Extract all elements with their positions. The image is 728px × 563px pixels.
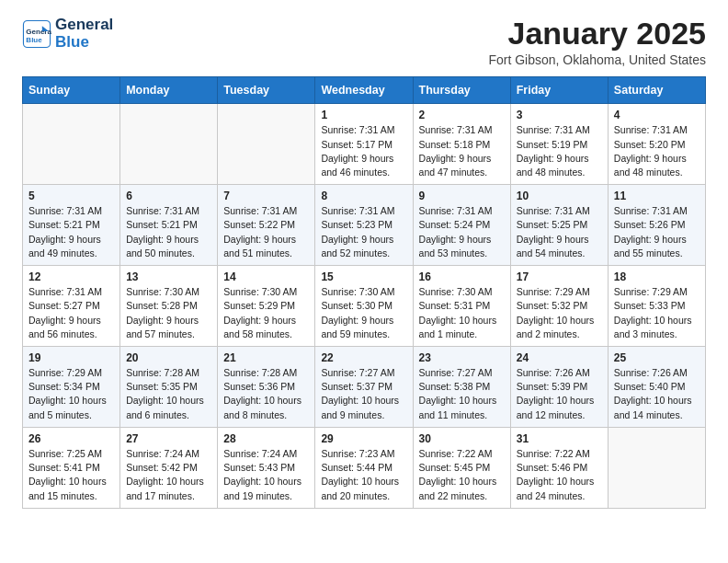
calendar-day-cell: 27Sunrise: 7:24 AM Sunset: 5:42 PM Dayli…	[120, 427, 218, 508]
day-info: Sunrise: 7:22 AM Sunset: 5:45 PM Dayligh…	[419, 447, 505, 503]
calendar-day-cell: 15Sunrise: 7:30 AM Sunset: 5:30 PM Dayli…	[315, 266, 413, 347]
calendar-empty-cell	[218, 104, 315, 185]
day-number: 28	[223, 432, 309, 445]
day-info: Sunrise: 7:22 AM Sunset: 5:46 PM Dayligh…	[517, 447, 602, 503]
weekday-header-friday: Friday	[510, 77, 608, 104]
day-info: Sunrise: 7:31 AM Sunset: 5:21 PM Dayligh…	[126, 204, 211, 260]
calendar-day-cell: 1Sunrise: 7:31 AM Sunset: 5:17 PM Daylig…	[315, 104, 413, 185]
calendar-day-cell: 12Sunrise: 7:31 AM Sunset: 5:27 PM Dayli…	[23, 266, 120, 347]
calendar-day-cell: 30Sunrise: 7:22 AM Sunset: 5:45 PM Dayli…	[413, 427, 510, 508]
day-number: 3	[517, 109, 602, 121]
day-number: 8	[321, 190, 406, 202]
day-info: Sunrise: 7:29 AM Sunset: 5:33 PM Dayligh…	[614, 285, 700, 341]
day-number: 31	[517, 432, 602, 445]
day-number: 14	[223, 270, 309, 283]
calendar-day-cell: 6Sunrise: 7:31 AM Sunset: 5:21 PM Daylig…	[120, 185, 218, 266]
calendar-day-cell: 22Sunrise: 7:27 AM Sunset: 5:37 PM Dayli…	[315, 347, 413, 428]
day-number: 10	[517, 190, 602, 202]
calendar-day-cell: 29Sunrise: 7:23 AM Sunset: 5:44 PM Dayli…	[315, 427, 413, 508]
calendar-empty-cell	[608, 427, 705, 508]
page: General Blue General Blue January 2025 F…	[0, 0, 728, 525]
calendar-day-cell: 25Sunrise: 7:26 AM Sunset: 5:40 PM Dayli…	[608, 347, 705, 428]
day-info: Sunrise: 7:30 AM Sunset: 5:28 PM Dayligh…	[126, 285, 211, 341]
day-number: 20	[126, 351, 211, 364]
calendar-day-cell: 3Sunrise: 7:31 AM Sunset: 5:19 PM Daylig…	[510, 104, 608, 185]
day-number: 23	[419, 351, 505, 364]
day-info: Sunrise: 7:30 AM Sunset: 5:31 PM Dayligh…	[419, 285, 505, 341]
calendar-day-cell: 24Sunrise: 7:26 AM Sunset: 5:39 PM Dayli…	[510, 347, 608, 428]
calendar-week-row: 5Sunrise: 7:31 AM Sunset: 5:21 PM Daylig…	[23, 185, 706, 266]
day-number: 17	[517, 270, 602, 283]
day-number: 25	[614, 351, 700, 364]
calendar-day-cell: 11Sunrise: 7:31 AM Sunset: 5:26 PM Dayli…	[608, 185, 705, 266]
day-number: 24	[517, 351, 602, 364]
calendar-day-cell: 13Sunrise: 7:30 AM Sunset: 5:28 PM Dayli…	[120, 266, 218, 347]
calendar-day-cell: 5Sunrise: 7:31 AM Sunset: 5:21 PM Daylig…	[23, 185, 120, 266]
calendar-day-cell: 14Sunrise: 7:30 AM Sunset: 5:29 PM Dayli…	[218, 266, 315, 347]
day-info: Sunrise: 7:28 AM Sunset: 5:35 PM Dayligh…	[126, 366, 211, 422]
day-number: 21	[223, 351, 309, 364]
day-number: 27	[126, 432, 211, 445]
day-number: 30	[419, 432, 505, 445]
calendar-day-cell: 8Sunrise: 7:31 AM Sunset: 5:23 PM Daylig…	[315, 185, 413, 266]
calendar-day-cell: 16Sunrise: 7:30 AM Sunset: 5:31 PM Dayli…	[413, 266, 510, 347]
day-info: Sunrise: 7:31 AM Sunset: 5:24 PM Dayligh…	[419, 204, 505, 260]
day-number: 6	[126, 190, 211, 202]
day-number: 1	[321, 109, 406, 121]
day-info: Sunrise: 7:28 AM Sunset: 5:36 PM Dayligh…	[223, 366, 309, 422]
day-info: Sunrise: 7:26 AM Sunset: 5:39 PM Dayligh…	[517, 366, 602, 422]
calendar-week-row: 26Sunrise: 7:25 AM Sunset: 5:41 PM Dayli…	[23, 427, 706, 508]
day-number: 5	[28, 190, 114, 202]
day-number: 2	[419, 109, 505, 121]
calendar-table: SundayMondayTuesdayWednesdayThursdayFrid…	[22, 76, 706, 508]
day-info: Sunrise: 7:26 AM Sunset: 5:40 PM Dayligh…	[614, 366, 700, 422]
day-number: 22	[321, 351, 406, 364]
month-title: January 2025	[488, 17, 706, 51]
day-info: Sunrise: 7:31 AM Sunset: 5:18 PM Dayligh…	[419, 123, 505, 179]
weekday-header-monday: Monday	[120, 77, 218, 104]
svg-text:General: General	[26, 28, 51, 36]
day-number: 9	[419, 190, 505, 202]
calendar-day-cell: 23Sunrise: 7:27 AM Sunset: 5:38 PM Dayli…	[413, 347, 510, 428]
day-info: Sunrise: 7:31 AM Sunset: 5:25 PM Dayligh…	[517, 204, 602, 260]
calendar-day-cell: 31Sunrise: 7:22 AM Sunset: 5:46 PM Dayli…	[510, 427, 608, 508]
calendar-day-cell: 17Sunrise: 7:29 AM Sunset: 5:32 PM Dayli…	[510, 266, 608, 347]
calendar-week-row: 12Sunrise: 7:31 AM Sunset: 5:27 PM Dayli…	[23, 266, 706, 347]
day-number: 15	[321, 270, 406, 283]
calendar-day-cell: 10Sunrise: 7:31 AM Sunset: 5:25 PM Dayli…	[510, 185, 608, 266]
weekday-header-thursday: Thursday	[413, 77, 510, 104]
weekday-header-saturday: Saturday	[608, 77, 705, 104]
weekday-header-tuesday: Tuesday	[218, 77, 315, 104]
day-info: Sunrise: 7:30 AM Sunset: 5:29 PM Dayligh…	[223, 285, 309, 341]
calendar-empty-cell	[23, 104, 120, 185]
day-info: Sunrise: 7:29 AM Sunset: 5:34 PM Dayligh…	[28, 366, 114, 422]
day-info: Sunrise: 7:31 AM Sunset: 5:23 PM Dayligh…	[321, 204, 406, 260]
day-info: Sunrise: 7:31 AM Sunset: 5:27 PM Dayligh…	[28, 285, 114, 341]
day-info: Sunrise: 7:30 AM Sunset: 5:30 PM Dayligh…	[321, 285, 406, 341]
day-info: Sunrise: 7:31 AM Sunset: 5:19 PM Dayligh…	[517, 123, 602, 179]
svg-text:Blue: Blue	[26, 35, 42, 43]
calendar-day-cell: 28Sunrise: 7:24 AM Sunset: 5:43 PM Dayli…	[218, 427, 315, 508]
day-number: 29	[321, 432, 406, 445]
title-block: January 2025 Fort Gibson, Oklahoma, Unit…	[488, 17, 706, 67]
location: Fort Gibson, Oklahoma, United States	[488, 52, 706, 67]
day-number: 13	[126, 270, 211, 283]
logo: General Blue General Blue	[22, 17, 113, 51]
day-info: Sunrise: 7:31 AM Sunset: 5:20 PM Dayligh…	[614, 123, 700, 179]
day-number: 26	[28, 432, 114, 445]
calendar-day-cell: 4Sunrise: 7:31 AM Sunset: 5:20 PM Daylig…	[608, 104, 705, 185]
header: General Blue General Blue January 2025 F…	[22, 17, 706, 67]
day-number: 12	[28, 270, 114, 283]
day-info: Sunrise: 7:31 AM Sunset: 5:21 PM Dayligh…	[28, 204, 114, 260]
day-number: 4	[614, 109, 700, 121]
day-info: Sunrise: 7:31 AM Sunset: 5:17 PM Dayligh…	[321, 123, 406, 179]
day-info: Sunrise: 7:27 AM Sunset: 5:38 PM Dayligh…	[419, 366, 505, 422]
calendar-day-cell: 21Sunrise: 7:28 AM Sunset: 5:36 PM Dayli…	[218, 347, 315, 428]
calendar-day-cell: 7Sunrise: 7:31 AM Sunset: 5:22 PM Daylig…	[218, 185, 315, 266]
day-info: Sunrise: 7:24 AM Sunset: 5:42 PM Dayligh…	[126, 447, 211, 503]
calendar-day-cell: 18Sunrise: 7:29 AM Sunset: 5:33 PM Dayli…	[608, 266, 705, 347]
calendar-day-cell: 26Sunrise: 7:25 AM Sunset: 5:41 PM Dayli…	[23, 427, 120, 508]
calendar-day-cell: 20Sunrise: 7:28 AM Sunset: 5:35 PM Dayli…	[120, 347, 218, 428]
calendar-header-row: SundayMondayTuesdayWednesdayThursdayFrid…	[23, 77, 706, 104]
calendar-day-cell: 9Sunrise: 7:31 AM Sunset: 5:24 PM Daylig…	[413, 185, 510, 266]
